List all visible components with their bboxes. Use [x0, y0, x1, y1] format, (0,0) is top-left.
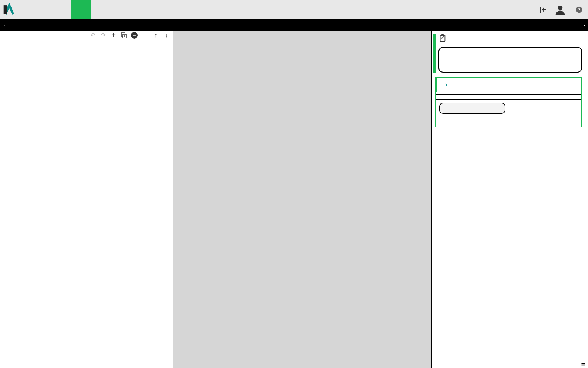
move-up-icon[interactable]: ↑: [152, 32, 159, 39]
nav-home[interactable]: [33, 0, 52, 19]
user-icon: [555, 4, 566, 15]
logout-button[interactable]: [539, 5, 548, 14]
nav-console[interactable]: [110, 0, 129, 19]
code-toolbar: ↶ ↷ + + − ↑ ↓: [0, 31, 173, 40]
nav-permissions[interactable]: [91, 0, 110, 19]
top-right: ?: [539, 4, 585, 15]
clipboard-icon: [438, 34, 447, 42]
svg-text:?: ?: [578, 7, 580, 12]
undo-icon[interactable]: ↶: [89, 32, 96, 39]
remove-icon[interactable]: −: [131, 32, 138, 39]
props-title: [173, 19, 432, 31]
task-header: [436, 94, 581, 100]
duplicate-icon[interactable]: +: [121, 32, 127, 38]
punchlist-section: ›: [435, 77, 582, 127]
project-card: [438, 47, 582, 73]
svg-text:+: +: [123, 34, 126, 38]
punchlist-header[interactable]: ›: [435, 77, 582, 92]
item-photo-box[interactable]: [439, 103, 505, 114]
logo-icon: [3, 3, 16, 16]
main: ↶ ↷ + + − ↑ ↓: [0, 31, 588, 368]
menu-icon[interactable]: ≡: [579, 361, 587, 368]
logo[interactable]: [3, 3, 18, 16]
svg-point-1: [558, 6, 563, 10]
move-down-icon[interactable]: ↓: [163, 32, 170, 39]
code-panel: ↶ ↷ + + − ↑ ↓: [0, 31, 173, 368]
preview-panel: ›: [432, 31, 588, 368]
nav-dashboard[interactable]: [52, 0, 71, 19]
black-bar: ‹ ›: [0, 19, 588, 31]
done-button[interactable]: ‹: [0, 22, 11, 28]
plus-icon[interactable]: +: [110, 31, 117, 39]
preview-header: [436, 34, 584, 42]
account-block: [555, 4, 569, 15]
nav-designer[interactable]: [71, 0, 91, 19]
redo-icon[interactable]: ↷: [100, 32, 106, 39]
chevron-right-icon: ›: [445, 81, 447, 89]
help-button[interactable]: ?: [575, 6, 583, 13]
top-bar: ?: [0, 0, 588, 19]
preview-help[interactable]: ›: [582, 22, 585, 28]
code-rows[interactable]: [0, 40, 173, 368]
chevron-left-icon: ‹: [4, 22, 5, 28]
properties-panel: [173, 31, 432, 368]
top-nav: [33, 0, 129, 19]
svg-rect-0: [4, 5, 7, 14]
chevron-right-icon: ›: [584, 22, 585, 28]
